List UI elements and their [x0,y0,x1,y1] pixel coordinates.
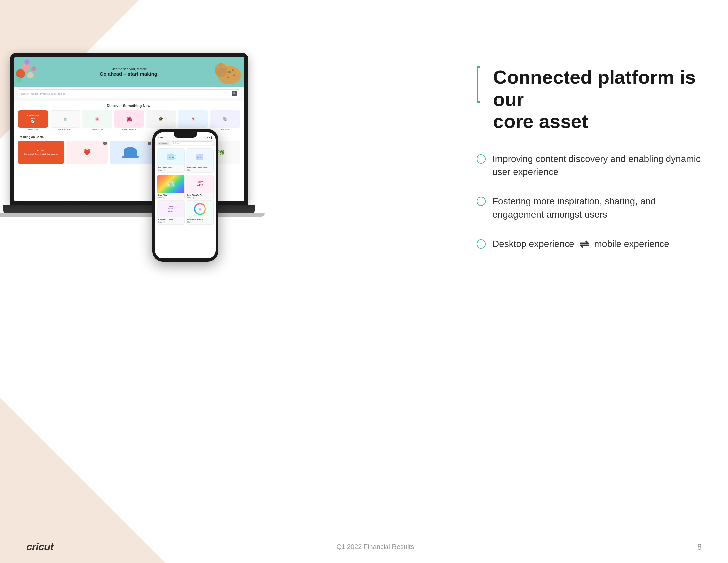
desktop-mobile-row: Desktop experience ⇌ mobile experience [492,237,669,251]
category-label-beginners: For Beginners [50,128,80,131]
phone-card-grid: MUG Mug Design Salut Share ♡ [155,146,216,174]
phone-card-wreath[interactable]: 🌸 Pride Floral Wreath Share ♡ [186,200,214,224]
trend-more-icon: ••• [237,142,239,144]
category-thumb-anniversary: AnniversarySale. 🐑 [18,110,48,127]
category-thumb-flower: 🌺 [114,110,144,127]
sync-arrows-icon: ⇌ [579,237,589,251]
heart-icon-love[interactable]: ♡ [193,197,194,199]
bullet-item-3: Desktop experience ⇌ mobile experience [477,237,702,251]
category-item-mothersday[interactable]: 🌸 Mother's Day [82,110,112,131]
category-item-anniversary[interactable]: AnniversarySale. 🐑 Shop Now [18,110,48,131]
app-tagline: Go ahead – start making. [100,71,159,76]
phone-card-info-pillow: Pride Pillow Share ♡ [157,193,184,200]
phone-card-title-love: Love Wins Wall Art [187,194,212,196]
phone-card-info-love: Love Wins Wall Art Share ♡ [186,193,213,200]
category-item-beginners[interactable]: 🍵 For Beginners [50,110,80,131]
phone-search-field[interactable]: 🔍 Search [171,141,213,145]
bullet-text-1: Improving content discovery and enabling… [492,152,702,178]
heart-icon-2[interactable]: ♡ [193,169,194,171]
phone-card-coaster[interactable]: LOVEWINSWINS Love Wins Coaster Share ♡ [157,200,185,224]
hat-decoration [124,147,139,158]
trending-item-hat[interactable]: ♡ [110,141,152,164]
share-icon-2[interactable]: Share [187,169,191,171]
svg-text:HERE: HERE [197,157,202,159]
bullet-text-2: Fostering more inspiration, sharing, and… [492,195,702,220]
trending-item-love[interactable]: ❤️ ♡ [66,141,108,164]
phone-bottom-grid: LOVEWINSWINS Love Wins Coaster Share ♡ [155,200,216,226]
phone-card-love-wins[interactable]: LOVEWINS Love Wins Wall Art Share ♡ [186,174,214,200]
left-devices-section: Great to see you, Margie. Go ahead – sta… [0,20,258,537]
phone-card-actions-wreath: Share ♡ [187,221,212,223]
phone-card-actions-coaster: Share ♡ [158,221,183,223]
category-thumb-birthdays: 🐘 [210,110,240,127]
phone-card-img-mug: MUG [157,149,184,165]
phone-card-title-1: Mug Design Salut [158,166,183,168]
share-icon-pillow[interactable]: Share [158,197,162,199]
phone-mockup: 9:40 ▾ ● ▊ Categories 🔍 Search [152,129,218,261]
phone-card-img-love: LOVEWINS [186,175,213,193]
phone-card-title-pillow: Pride Pillow [158,194,183,196]
share-icon-love[interactable]: Share [187,197,191,199]
header-animal-decoration [211,57,244,87]
phone-card-info-coaster: Love Wins Coaster Share ♡ [157,217,184,224]
phone-search-placeholder: Search [175,142,179,144]
category-thumb-graduation: 🎓 [146,110,176,127]
phone-time: 9:40 [158,136,163,139]
phone-card-actions-2: Share ♡ [187,169,212,171]
svg-point-4 [24,59,30,65]
slide-title-line2: core asset [493,110,588,132]
phone-card-pride-pillow[interactable]: LOVEIS LOVE Pride Pillow Share ♡ [157,174,185,200]
share-icon-1[interactable]: Share [158,169,162,171]
svg-point-3 [16,77,22,83]
discover-section: Discover Something New! AnniversarySale.… [14,101,244,133]
phone-card-title-wreath: Pride Floral Wreath [187,218,212,220]
trend-badge-2: ♡ [103,142,107,145]
svg-point-13 [228,70,231,73]
svg-text:MUG: MUG [169,156,174,159]
search-input-text: Search Images, Projects, and Profiles [21,92,232,95]
heart-icon-pillow[interactable]: ♡ [163,197,165,199]
heart-icon-coaster[interactable]: ♡ [163,221,165,223]
footer-center-text: Q1 2022 Financial Results [337,543,414,551]
app-header: Great to see you, Margie. Go ahead – sta… [14,57,244,87]
phone-card-img-coaster: LOVEWINSWINS [157,201,184,217]
footer: cricut Q1 2022 Financial Results 8 [0,541,728,553]
app-greeting: Great to see you, Margie. [100,67,159,71]
bullet-item-1: Improving content discovery and enabling… [477,152,702,178]
svg-point-10 [223,65,225,67]
search-button[interactable]: 🔍 [232,91,237,96]
svg-point-2 [27,72,34,78]
heart-icon-1[interactable]: ♡ [163,169,165,171]
share-icon-wreath[interactable]: Share [187,221,191,223]
phone-nav: Categories 🔍 Search [155,140,216,146]
phone-card-mug-salut[interactable]: MUG Mug Design Salut Share ♡ [157,148,185,172]
category-label-flower: Flower Shoppe [114,128,144,131]
trending-item-cricut[interactable]: cricut Hurry, catch these limited-time s… [18,141,64,164]
phone-card-dream-mug[interactable]: HERE Dream Mug Design Setup Share ♡ [186,148,214,172]
category-item-cards[interactable]: 💌 Cards [178,110,208,131]
cricut-promo-text: Hurry, catch these limited-time savings. [24,153,58,156]
right-panel: Connected platform is our core asset Imp… [477,66,702,251]
bullet-text-mobile: mobile experience [594,237,669,250]
category-item-flower[interactable]: 🌺 Flower Shoppe [114,110,144,131]
svg-rect-18 [174,155,176,159]
discover-heading: Discover Something New! [18,104,240,108]
svg-point-12 [218,67,224,73]
heart-icon-wreath[interactable]: ♡ [193,221,194,223]
category-thumb-cards: 💌 [178,110,208,127]
phone-card-img-wreath: 🌸 [186,201,213,217]
green-bracket [477,66,480,103]
svg-point-14 [233,74,235,76]
phone-card-img-dream-mug: HERE [186,149,213,165]
category-item-birthdays[interactable]: 🐘 Birthdays [210,110,240,131]
title-with-bracket: Connected platform is our core asset [477,66,702,132]
category-item-graduation[interactable]: 🎓 Graduation [146,110,176,131]
cricut-logo: cricut [26,541,53,553]
phone-categories-pill[interactable]: Categories [158,142,169,145]
svg-point-15 [227,76,229,78]
phone-card-title-2: Dream Mug Design Setup [187,166,212,168]
bullet-circle-2 [477,197,486,206]
bullet-item-2: Fostering more inspiration, sharing, and… [477,195,702,220]
share-icon-coaster[interactable]: Share [158,221,162,223]
slide-title: Connected platform is our core asset [486,66,702,132]
